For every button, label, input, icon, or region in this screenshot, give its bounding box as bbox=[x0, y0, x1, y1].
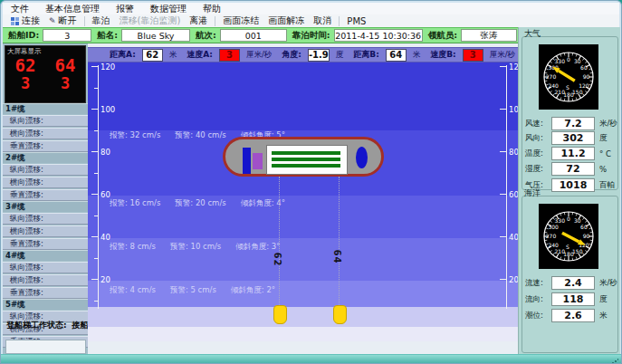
toolbar-button-1[interactable]: ✎断开 bbox=[44, 15, 81, 27]
gauge-number: 150 bbox=[572, 248, 583, 254]
measure-value-3: 64 bbox=[386, 49, 407, 62]
gauge-number: 180 bbox=[563, 91, 574, 98]
threshold-warning: 预警: 40 cm/s bbox=[175, 130, 225, 141]
sensor-line-a bbox=[279, 177, 280, 305]
gauge-number: 30 bbox=[574, 58, 581, 64]
toolbar-button-label: PMS bbox=[347, 16, 366, 26]
gauge-number: 330 bbox=[555, 58, 566, 64]
toolbar-button-2[interactable]: 靠泊 bbox=[88, 15, 115, 27]
chart-band bbox=[88, 62, 519, 130]
menu-item-0[interactable]: 文件 bbox=[3, 3, 37, 14]
status-bar bbox=[1, 354, 621, 364]
distance-marker-1: 64 bbox=[332, 250, 342, 264]
current-direction-gauge: 0306090120150180210240270300330S bbox=[539, 204, 598, 269]
toolbar-button-8[interactable]: PMS bbox=[342, 15, 370, 27]
info-input[interactable]: 001 bbox=[220, 29, 287, 42]
toolbar-button-5[interactable]: 画面冻结 bbox=[218, 15, 263, 27]
menu-item-2[interactable]: 报警 bbox=[108, 3, 142, 14]
ocean-group: 0306090120150180210240270300330S 流速:2.4米… bbox=[522, 196, 618, 353]
sensor-label: 潮位: bbox=[525, 311, 551, 321]
info-input[interactable]: 3 bbox=[43, 29, 91, 42]
big-screen-display: 大屏幕显示 6264 33 bbox=[5, 45, 86, 103]
toolbar-button-7[interactable]: 取消 bbox=[309, 15, 336, 27]
toolbar-button-0[interactable]: 连接 bbox=[6, 15, 44, 27]
measure-label-2: 角度: bbox=[282, 49, 301, 61]
info-field-1: 船名:Blue Sky bbox=[97, 29, 190, 42]
big-display-row2: 33 bbox=[5, 75, 85, 92]
cable-drift-label: 纵向漂移: bbox=[3, 164, 88, 176]
quay-strip bbox=[88, 327, 519, 341]
info-field-2: 航次:001 bbox=[196, 29, 287, 42]
sensor-pin-b bbox=[333, 305, 347, 324]
y-axis-right bbox=[506, 65, 507, 309]
menu-item-1[interactable]: 基本信息管理 bbox=[37, 3, 108, 14]
ship-bow-tank bbox=[356, 147, 368, 168]
toolbar-button-label: 画面解冻 bbox=[268, 14, 304, 27]
gauge-number: 150 bbox=[572, 89, 583, 95]
gauge-number: 300 bbox=[548, 224, 559, 230]
info-field-4: 领航员:张涛 bbox=[428, 29, 517, 42]
menu-item-3[interactable]: 数据管理 bbox=[142, 3, 195, 14]
resize-grip[interactable] bbox=[611, 358, 618, 364]
toolbar-button-6[interactable]: 画面解冻 bbox=[263, 15, 309, 27]
sensor-label: 流速: bbox=[525, 278, 551, 289]
main-area: 距离A:62米速度A:3厘米/秒角度:-1.9度距离B:64米速度B:3厘米/秒… bbox=[88, 43, 519, 354]
axis-tick bbox=[500, 66, 507, 67]
measure-unit-2: 度 bbox=[336, 50, 344, 61]
toolbar-button-4[interactable]: 离港 bbox=[185, 15, 212, 27]
sensor-unit: 度 bbox=[599, 294, 608, 305]
axis-minor-tick bbox=[94, 130, 99, 131]
sensor-value: 118 bbox=[551, 292, 595, 306]
measure-bar: 距离A:62米速度A:3厘米/秒角度:-1.9度距离B:64米速度B:3厘米/秒 bbox=[88, 47, 519, 62]
info-label: 靠泊时间: bbox=[292, 30, 330, 42]
measure-unit-4: 厘米/秒 bbox=[490, 50, 515, 61]
info-field-0: 船舶ID:3 bbox=[8, 29, 91, 42]
cable-section-header-2: 3#缆 bbox=[3, 201, 88, 212]
axis-minor-tick bbox=[94, 173, 99, 174]
info-input[interactable]: 张涛 bbox=[461, 29, 517, 42]
cable-section-header-3: 4#缆 bbox=[3, 250, 88, 261]
sensor-label: 温度: bbox=[525, 148, 551, 159]
sensor-unit: 米/秒 bbox=[599, 119, 617, 129]
toolbar-button-label: 漂移(靠泊监测) bbox=[120, 14, 181, 27]
gauge-number: 60 bbox=[580, 64, 588, 71]
sensor-unit: 百帕 bbox=[599, 180, 615, 191]
axis-tick bbox=[500, 194, 507, 195]
connect-icon bbox=[11, 17, 19, 25]
menu-item-4[interactable]: 帮助 bbox=[195, 3, 229, 14]
info-label: 航次: bbox=[196, 30, 216, 42]
cable-section-header-0: 1#缆 bbox=[3, 103, 88, 114]
axis-tick bbox=[91, 194, 99, 195]
cable-drift-label: 横向漂移: bbox=[3, 177, 88, 188]
info-field-3: 靠泊时间:2011-4-15 10:30:36 bbox=[292, 29, 423, 42]
toolbar: 连接✎断开靠泊漂移(靠泊监测)离港画面冻结画面解冻取消PMS bbox=[3, 14, 619, 28]
axis-tick bbox=[91, 109, 99, 110]
sensor-unit: ° C bbox=[599, 149, 611, 158]
wind-direction-gauge: 0306090120150180210240270300330S bbox=[539, 44, 598, 110]
sensor-value: 72 bbox=[551, 162, 595, 176]
sensor-value: 7.2 bbox=[551, 117, 595, 130]
sensor-unit: 米 bbox=[599, 311, 608, 321]
led-value: 3 bbox=[61, 75, 70, 92]
axis-minor-tick bbox=[94, 301, 99, 302]
sensor-value: 2.6 bbox=[551, 309, 595, 322]
axis-minor-tick bbox=[94, 258, 99, 259]
gauge-number: 210 bbox=[555, 89, 566, 95]
measure-value-2: -1.9 bbox=[308, 49, 330, 62]
axis-minor-tick bbox=[94, 88, 99, 89]
sensor-field-0: 流速:2.4米/秒 bbox=[525, 276, 617, 290]
cable-drift-label: 垂直漂移: bbox=[3, 238, 88, 250]
gauge-south-label: S bbox=[566, 84, 569, 91]
axis-tick-label: 80 bbox=[100, 148, 110, 157]
atmosphere-caption: 大气 bbox=[524, 28, 541, 40]
ship-graphic bbox=[223, 137, 384, 177]
ship-info-bar: 船舶ID:3船名:Blue Sky航次:001靠泊时间:2011-4-15 10… bbox=[3, 27, 518, 43]
axis-tick bbox=[500, 109, 507, 110]
gangway-value: 接船 bbox=[72, 320, 89, 331]
toolbar-button-label: 取消 bbox=[313, 14, 331, 27]
info-input[interactable]: 2011-4-15 10:30:36 bbox=[334, 29, 423, 42]
info-input[interactable]: Blue Sky bbox=[121, 29, 190, 42]
axis-tick-label: 120 bbox=[100, 63, 115, 72]
sensor-unit: % bbox=[599, 165, 607, 174]
cable-drift-label: 横向漂移: bbox=[3, 128, 88, 139]
